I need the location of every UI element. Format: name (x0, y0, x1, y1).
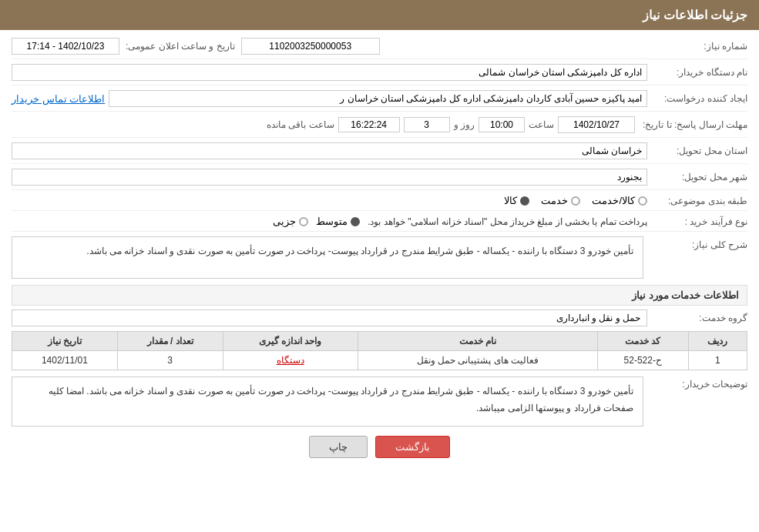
نام-دستگاه-row: نام دستگاه خریدار: اداره کل دامپزشکی است… (12, 64, 747, 85)
نوع-فرایند-label: نوع فرآیند خرید : (647, 216, 747, 227)
شهر-label: شهر محل تحویل: (647, 172, 747, 182)
cell-تاریخ: 1402/11/01 (12, 351, 118, 370)
طبقه-label: طبقه بندی موضوعی: (647, 196, 747, 206)
نام-دستگاه-value: اداره کل دامپزشکی استان خراسان شمالی (12, 64, 647, 81)
cell-ردیف: 1 (688, 351, 747, 370)
radio-کالا-خدمت[interactable]: کالا/خدمت (592, 195, 647, 206)
شهر-value: بجنورد (12, 169, 647, 186)
گروه-row: گروه خدمت: حمل و نقل و انبارداری (12, 309, 747, 326)
تاریخ-اعلان-label: تاریخ و ساعت اعلان عمومی: (126, 41, 235, 52)
radio-متوسط[interactable]: متوسط (316, 216, 360, 227)
radio-label-کالا-خدمت: کالا/خدمت (592, 195, 635, 206)
شرح-label: شرح کلی نیاز: (647, 236, 747, 250)
page-title: جزئیات اطلاعات نیاز (643, 8, 747, 22)
ایجاد-کننده-row: ایجاد کننده درخواست: امید پاکیزه حسین آب… (12, 90, 747, 112)
شماره-نیاز-label: شماره نیاز: (647, 41, 747, 52)
باقیمانده-value: 16:22:24 (338, 117, 400, 132)
توضیحات-section: توضیحات خریدار: تأمین خودرو 3 دستگاه با … (12, 376, 747, 427)
اطلاعات-تماس-link[interactable]: اطلاعات تماس خریدار (12, 93, 105, 105)
col-تعداد: تعداد / مقدار (117, 332, 223, 351)
استان-row: استان محل تحویل: خراسان شمالی (12, 142, 747, 164)
cell-واحد[interactable]: دستگاه (223, 351, 358, 370)
radio-کالا[interactable]: کالا (504, 195, 529, 206)
radio-circle-جزیی (299, 217, 308, 226)
radio-label-جزیی: جزیی (273, 216, 296, 227)
طبقه-radio-group: کالا/خدمت خدمت کالا (504, 195, 647, 206)
radio-circle-کالا-خدمت (638, 196, 647, 206)
radio-خدمت[interactable]: خدمت (541, 195, 580, 206)
cell-تعداد: 3 (117, 351, 223, 370)
روز-value: 3 (404, 117, 450, 132)
مهلت-row: مهلت ارسال پاسخ: تا تاریخ: 1402/10/27 سا… (12, 116, 747, 138)
radio-label-متوسط: متوسط (316, 216, 348, 227)
ایجاد-کننده-label: ایجاد کننده درخواست: (647, 93, 747, 104)
تاریخ-اعلان-value: 1402/10/23 - 17:14 (12, 38, 119, 55)
استان-value: خراسان شمالی (12, 142, 647, 159)
col-واحد: واحد اندازه گیری (223, 332, 358, 351)
اطلاعات-خدمات-title: اطلاعات خدمات مورد نیاز (12, 285, 747, 306)
radio-جزیی[interactable]: جزیی (273, 216, 308, 227)
table-row: 1 ح-522-52 فعالیت های پشتیبانی حمل ونقل … (12, 351, 747, 370)
طبقه-row: طبقه بندی موضوعی: کالا/خدمت خدمت کالا (12, 195, 747, 211)
توضیحات-value: تأمین خودرو 3 دستگاه با راننده - یکساله … (12, 376, 643, 427)
ساعت-value: 10:00 (479, 117, 525, 132)
col-کد-خدمت: کد خدمت (597, 332, 688, 351)
توضیحات-label: توضیحات خریدار: (647, 376, 747, 390)
ساعت-label: ساعت (529, 119, 554, 130)
روز-label: روز و (454, 119, 475, 130)
شرح-section: شرح کلی نیاز: تأمین خودرو 3 دستگاه با را… (12, 236, 747, 279)
back-button[interactable]: بازگشت (375, 436, 450, 458)
گروه-label: گروه خدمت: (647, 313, 747, 323)
ایجاد-کننده-value: امید پاکیزه حسین آبادی کاردان دامپزشکی ا… (109, 90, 647, 107)
cell-کد-خدمت: ح-522-52 (597, 351, 688, 370)
print-button[interactable]: چاپ (309, 436, 368, 458)
نوع-فرایند-content: پرداخت تمام یا بخشی از مبلغ خریداز محل "… (12, 216, 647, 227)
radio-circle-خدمت (571, 196, 580, 206)
col-نام-خدمت: نام خدمت (358, 332, 597, 351)
radio-label-کالا: کالا (504, 195, 517, 206)
گروه-value: حمل و نقل و انبارداری (12, 309, 647, 326)
مهلت-label: مهلت ارسال پاسخ: تا تاریخ: (635, 119, 747, 130)
شهر-row: شهر محل تحویل: بجنورد (12, 169, 747, 190)
page-header: جزئیات اطلاعات نیاز (0, 0, 759, 30)
تاریخ-پاسخ-value: 1402/10/27 (558, 116, 635, 133)
cell-نام-خدمت: فعالیت های پشتیبانی حمل ونقل (358, 351, 597, 370)
page-container: جزئیات اطلاعات نیاز شماره نیاز: 11020032… (0, 0, 759, 532)
شماره-نیاز-row: شماره نیاز: 1102003250000053 تاریخ و ساع… (12, 38, 747, 59)
col-ردیف: ردیف (688, 332, 747, 351)
شماره-نیاز-value: 1102003250000053 (241, 38, 380, 55)
نوع-فرایند-row: نوع فرآیند خرید : پرداخت تمام یا بخشی از… (12, 216, 747, 232)
col-تاریخ: تاریخ نیاز (12, 332, 118, 351)
button-row: بازگشت چاپ (12, 436, 747, 458)
نوع-فرایند-text: پرداخت تمام یا بخشی از مبلغ خریداز محل "… (368, 216, 647, 227)
نام-دستگاه-label: نام دستگاه خریدار: (647, 67, 747, 78)
radio-circle-متوسط (351, 217, 360, 226)
استان-label: استان محل تحویل: (647, 146, 747, 156)
main-content: شماره نیاز: 1102003250000053 تاریخ و ساع… (0, 30, 759, 473)
باقیمانده-label: ساعت باقی مانده (267, 119, 334, 130)
شرح-value: تأمین خودرو 3 دستگاه با راننده - یکساله … (12, 236, 643, 279)
radio-label-خدمت: خدمت (541, 195, 568, 206)
radio-circle-کالا (520, 196, 529, 206)
services-table: ردیف کد خدمت نام خدمت واحد اندازه گیری ت… (12, 331, 747, 370)
